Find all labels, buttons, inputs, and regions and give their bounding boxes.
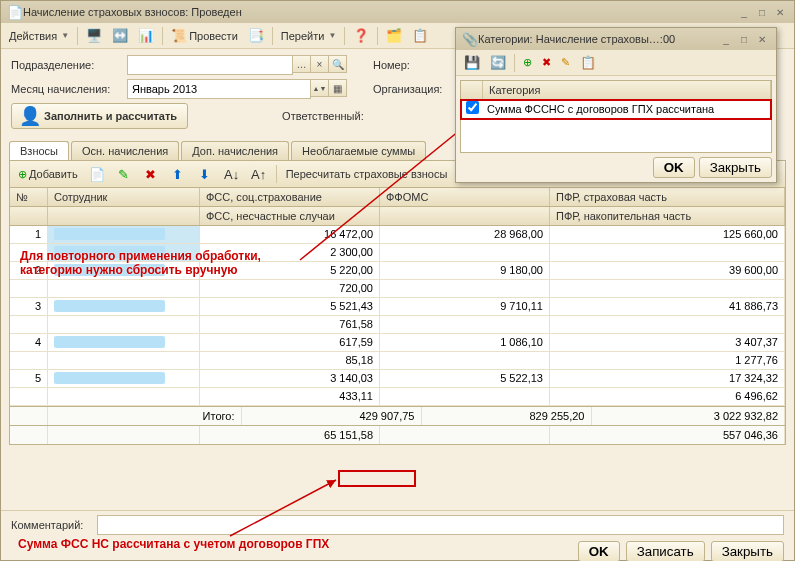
recalc-button[interactable]: Пересчитать страховые взносы bbox=[282, 165, 452, 183]
cat-ok-button[interactable]: OK bbox=[653, 157, 695, 178]
cat-close-button[interactable]: Закрыть bbox=[699, 157, 772, 178]
cat-titlebar: 📎 Категории: Начисление страховы…:00 _ □… bbox=[456, 28, 776, 50]
totals-row-2: 65 151,58 557 046,36 bbox=[10, 425, 785, 444]
hdr-pfr1[interactable]: ПФР, страховая часть bbox=[550, 188, 785, 206]
help-button[interactable]: ❓ bbox=[349, 25, 373, 47]
total-pfr2: 557 046,36 bbox=[550, 426, 785, 444]
main-titlebar: 📄 Начисление страховых взносов: Проведен… bbox=[1, 1, 794, 23]
gtb-down[interactable]: ⬇ bbox=[193, 163, 217, 185]
cat-minimize-icon[interactable]: _ bbox=[718, 32, 734, 46]
window-title: Начисление страховых взносов: Проведен bbox=[23, 6, 734, 18]
grid-header-row2: ФСС, несчастные случаи ПФР, накопительна… bbox=[10, 207, 785, 226]
provesti-button[interactable]: 📜Провести bbox=[167, 25, 242, 47]
org-label: Организация: bbox=[373, 83, 443, 95]
table-row[interactable]: 116 472,0028 968,00125 660,00 bbox=[10, 226, 785, 244]
tab-neobl[interactable]: Необлагаемые суммы bbox=[291, 141, 426, 160]
cat-close-icon[interactable]: ✕ bbox=[754, 32, 770, 46]
cat-toolbar: 💾 🔄 ⊕ ✖ ✎ 📋 bbox=[456, 50, 776, 76]
dept-select-btn[interactable]: … bbox=[293, 55, 311, 73]
cat-edit-btn[interactable]: ✎ bbox=[557, 53, 574, 72]
tab-osn[interactable]: Осн. начисления bbox=[71, 141, 179, 160]
table-row[interactable]: 720,00 bbox=[10, 280, 785, 298]
annotation-2: Сумма ФСС НС рассчитана с учетом договор… bbox=[18, 537, 329, 551]
gtb-sort-desc[interactable]: A↑ bbox=[247, 163, 271, 185]
dept-field[interactable] bbox=[127, 55, 293, 75]
cat-app-icon: 📎 bbox=[462, 31, 478, 47]
save-button[interactable]: Записать bbox=[626, 541, 705, 561]
totals-label: Итого: bbox=[48, 407, 242, 425]
comment-field[interactable] bbox=[97, 515, 784, 535]
hdr-ffoms[interactable]: ФФОМС bbox=[380, 188, 550, 206]
gtb-copy[interactable]: 📄 bbox=[85, 163, 109, 185]
maximize-icon[interactable]: □ bbox=[754, 5, 770, 19]
number-label: Номер: bbox=[373, 59, 443, 71]
grid-header-row1: № Сотрудник ФСС, соц.страхование ФФОМС П… bbox=[10, 188, 785, 207]
cat-checkbox[interactable] bbox=[466, 101, 479, 114]
fill-calc-label: Заполнить и рассчитать bbox=[44, 110, 177, 122]
add-button[interactable]: ⊕Добавить bbox=[14, 165, 82, 184]
cat-maximize-icon[interactable]: □ bbox=[736, 32, 752, 46]
totals-row-1: Итого: 429 907,75 829 255,20 3 022 932,8… bbox=[10, 406, 785, 425]
annotation-1: Для повторного применения обработки, кат… bbox=[20, 249, 261, 277]
cat-add-btn[interactable]: ⊕ bbox=[519, 53, 536, 72]
dept-label: Подразделение: bbox=[11, 59, 121, 71]
gtb-sort-asc[interactable]: A↓ bbox=[220, 163, 244, 185]
app-icon: 📄 bbox=[7, 4, 23, 20]
cat-row[interactable]: Сумма ФССНС с договоров ГПХ рассчитана bbox=[461, 100, 771, 119]
tb-btn-1[interactable]: 🖥️ bbox=[82, 25, 106, 47]
minimize-icon[interactable]: _ bbox=[736, 5, 752, 19]
fill-calc-icon: 👤 bbox=[22, 108, 38, 124]
total-ffoms: 829 255,20 bbox=[422, 407, 592, 425]
cat-refresh-btn[interactable]: 🔄 bbox=[486, 52, 510, 74]
hdr-fss2[interactable]: ФСС, несчастные случаи bbox=[200, 207, 380, 225]
goto-menu[interactable]: Перейти▼ bbox=[277, 27, 341, 45]
cat-del-btn[interactable]: ✖ bbox=[538, 53, 555, 72]
table-row[interactable]: 85,181 277,76 bbox=[10, 352, 785, 370]
cat-list-btn[interactable]: 📋 bbox=[576, 52, 600, 74]
actions-menu[interactable]: Действия▼ bbox=[5, 27, 73, 45]
total-pfr1: 3 022 932,82 bbox=[592, 407, 786, 425]
table-row[interactable]: 4617,591 086,103 407,37 bbox=[10, 334, 785, 352]
tb-btn-2[interactable]: ↔️ bbox=[108, 25, 132, 47]
cat-title: Категории: Начисление страховы…:00 bbox=[478, 33, 716, 45]
gtb-edit[interactable]: ✎ bbox=[112, 163, 136, 185]
table-row[interactable]: 35 521,439 710,1141 886,73 bbox=[10, 298, 785, 316]
resp-label: Ответственный: bbox=[282, 110, 372, 122]
cat-header[interactable]: Категория bbox=[483, 81, 771, 99]
hdr-fss1[interactable]: ФСС, соц.страхование bbox=[200, 188, 380, 206]
tb-btn-7[interactable]: 🗂️ bbox=[382, 25, 406, 47]
table-row[interactable]: 433,116 496,62 bbox=[10, 388, 785, 406]
hdr-pfr2[interactable]: ПФР, накопительная часть bbox=[550, 207, 785, 225]
close-button[interactable]: Закрыть bbox=[711, 541, 784, 561]
gtb-delete[interactable]: ✖ bbox=[139, 163, 163, 185]
close-icon[interactable]: ✕ bbox=[772, 5, 788, 19]
total-fss1: 429 907,75 bbox=[242, 407, 422, 425]
table-row[interactable]: 761,58 bbox=[10, 316, 785, 334]
cat-grid: Категория Сумма ФССНС с договоров ГПХ ра… bbox=[460, 80, 772, 153]
hdr-n[interactable]: № bbox=[10, 188, 48, 206]
tb-btn-3[interactable]: 📊 bbox=[134, 25, 158, 47]
table-row[interactable]: 53 140,035 522,1317 324,32 bbox=[10, 370, 785, 388]
footer: Комментарий: OK Записать Закрыть bbox=[1, 510, 794, 560]
hdr-emp[interactable]: Сотрудник bbox=[48, 188, 200, 206]
dept-search-btn[interactable]: 🔍 bbox=[329, 55, 347, 73]
gtb-up[interactable]: ⬆ bbox=[166, 163, 190, 185]
cat-save-btn[interactable]: 💾 bbox=[460, 52, 484, 74]
month-cal-btn[interactable]: ▦ bbox=[329, 79, 347, 97]
ok-button[interactable]: OK bbox=[578, 541, 620, 561]
category-window: 📎 Категории: Начисление страховы…:00 _ □… bbox=[455, 27, 777, 183]
grid: № Сотрудник ФСС, соц.страхование ФФОМС П… bbox=[9, 187, 786, 445]
tab-vznosy[interactable]: Взносы bbox=[9, 141, 69, 160]
month-up-btn[interactable]: ▲▼ bbox=[311, 79, 329, 97]
total-fss2: 65 151,58 bbox=[200, 426, 380, 444]
month-field[interactable] bbox=[127, 79, 311, 99]
comment-label: Комментарий: bbox=[11, 519, 91, 531]
month-label: Месяц начисления: bbox=[11, 83, 121, 95]
fill-calc-button[interactable]: 👤 Заполнить и рассчитать bbox=[11, 103, 188, 129]
tb-btn-8[interactable]: 📋 bbox=[408, 25, 432, 47]
dept-clear-btn[interactable]: × bbox=[311, 55, 329, 73]
tb-btn-5[interactable]: 📑 bbox=[244, 25, 268, 47]
cat-item-label: Сумма ФССНС с договоров ГПХ рассчитана bbox=[483, 101, 771, 117]
tab-dop[interactable]: Доп. начисления bbox=[181, 141, 289, 160]
